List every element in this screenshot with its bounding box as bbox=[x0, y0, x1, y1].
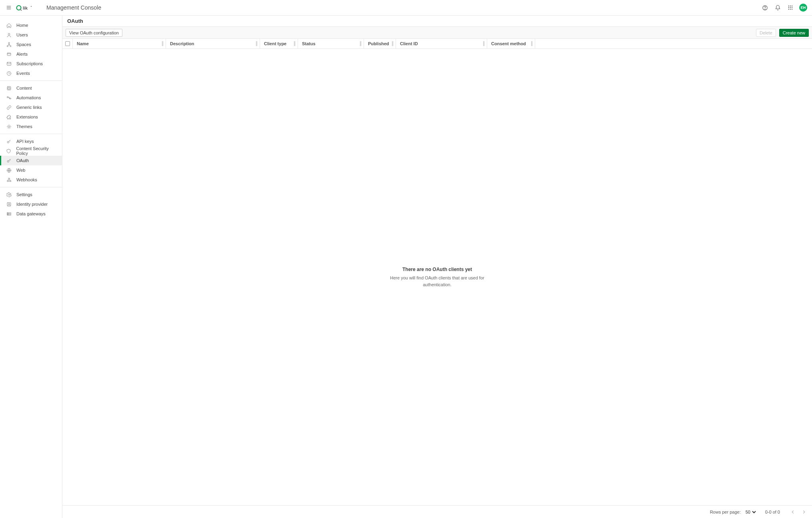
column-resize-handle[interactable] bbox=[162, 41, 164, 46]
svg-point-7 bbox=[765, 9, 765, 9]
sidebar-item-spaces[interactable]: Spaces bbox=[0, 40, 62, 49]
sidebar-item-label: Alerts bbox=[16, 52, 28, 56]
column-resize-handle[interactable] bbox=[531, 41, 534, 46]
column-resize-handle[interactable] bbox=[483, 41, 486, 46]
page-title: OAuth bbox=[67, 18, 83, 24]
sidebar-item-oauth[interactable]: OAuth bbox=[0, 156, 62, 165]
select-all-checkbox[interactable] bbox=[62, 39, 73, 48]
sidebar-item-identity-provider[interactable]: Identity provider bbox=[0, 199, 62, 209]
sidebar-item-content[interactable]: Content bbox=[0, 83, 62, 93]
webhook-icon bbox=[5, 177, 12, 183]
svg-point-38 bbox=[8, 203, 10, 205]
sidebar-item-users[interactable]: Users bbox=[0, 30, 62, 40]
sidebar-item-automations[interactable]: Automations bbox=[0, 93, 62, 102]
sidebar-nav: HomeUsersSpacesAlertsSubscriptionsEvents… bbox=[0, 16, 62, 518]
sidebar-item-generic-links[interactable]: Generic links bbox=[0, 102, 62, 112]
table-footer: Rows per page: 50 0-0 of 0 bbox=[62, 505, 812, 518]
svg-point-15 bbox=[790, 9, 791, 10]
rows-per-page-select[interactable]: 50 bbox=[744, 509, 757, 515]
sidebar-item-web[interactable]: Web bbox=[0, 165, 62, 175]
sidebar-item-label: Webhooks bbox=[16, 177, 37, 182]
column-header-client_id[interactable]: Client ID bbox=[396, 39, 487, 48]
svg-point-12 bbox=[790, 7, 791, 8]
svg-point-34 bbox=[10, 180, 11, 181]
svg-point-42 bbox=[8, 214, 8, 215]
hamburger-menu-button[interactable] bbox=[3, 2, 14, 13]
sidebar-item-home[interactable]: Home bbox=[0, 20, 62, 30]
sidebar-item-label: Users bbox=[16, 32, 28, 37]
prev-page-button bbox=[788, 507, 798, 517]
help-icon[interactable] bbox=[759, 2, 770, 13]
column-resize-handle[interactable] bbox=[256, 41, 258, 46]
page-title-bar: OAuth bbox=[62, 16, 812, 27]
qlik-logo[interactable]: lik bbox=[16, 4, 40, 12]
sidebar-item-label: API keys bbox=[16, 139, 34, 144]
sidebar-item-label: Themes bbox=[16, 124, 32, 129]
svg-point-18 bbox=[8, 44, 9, 45]
app-title: Management Console bbox=[46, 4, 101, 11]
svg-rect-22 bbox=[7, 53, 11, 56]
mail-icon bbox=[5, 61, 12, 66]
svg-point-5 bbox=[31, 6, 32, 7]
empty-state: There are no OAuth clients yet Here you … bbox=[385, 267, 489, 288]
global-header: lik Management Console EH bbox=[0, 0, 812, 16]
empty-state-subtitle: Here you will find OAuth clients that ar… bbox=[385, 275, 489, 288]
column-header-description[interactable]: Description bbox=[166, 39, 260, 48]
sidebar-item-label: Events bbox=[16, 71, 30, 76]
sidebar-item-content-security-policy[interactable]: Content Security Policy bbox=[0, 146, 62, 156]
svg-point-9 bbox=[790, 6, 791, 6]
sidebar-item-themes[interactable]: Themes bbox=[0, 122, 62, 131]
user-avatar[interactable]: EH bbox=[799, 4, 807, 12]
svg-rect-26 bbox=[8, 87, 10, 89]
oauth-icon bbox=[5, 158, 12, 163]
app-launcher-icon[interactable] bbox=[785, 2, 796, 13]
sidebar-item-settings[interactable]: Settings bbox=[0, 190, 62, 199]
sidebar-item-events[interactable]: Events bbox=[0, 68, 62, 78]
svg-point-10 bbox=[792, 6, 792, 6]
column-header-label: Description bbox=[170, 41, 194, 46]
view-oauth-config-button[interactable]: View OAuth configuration bbox=[66, 29, 122, 37]
toolbar: View OAuth configuration Delete Create n… bbox=[62, 27, 812, 39]
svg-point-14 bbox=[788, 9, 789, 10]
column-header-name[interactable]: Name bbox=[73, 39, 166, 48]
create-new-button[interactable]: Create new bbox=[779, 29, 809, 37]
column-resize-handle[interactable] bbox=[392, 41, 394, 46]
svg-point-17 bbox=[8, 33, 10, 35]
sidebar-item-label: Content Security Policy bbox=[16, 146, 60, 156]
sidebar-item-label: Subscriptions bbox=[16, 61, 43, 66]
sidebar-item-label: Spaces bbox=[16, 42, 31, 47]
sidebar-item-subscriptions[interactable]: Subscriptions bbox=[0, 59, 62, 68]
column-resize-handle[interactable] bbox=[360, 41, 362, 46]
column-header-consent_method[interactable]: Consent method bbox=[487, 39, 535, 48]
column-resize-handle[interactable] bbox=[294, 41, 296, 46]
link-icon bbox=[5, 105, 12, 110]
sidebar-item-webhooks[interactable]: Webhooks bbox=[0, 175, 62, 185]
notifications-icon[interactable] bbox=[772, 2, 783, 13]
alert-icon bbox=[5, 52, 12, 57]
column-header-client_type[interactable]: Client type bbox=[260, 39, 298, 48]
svg-point-8 bbox=[788, 6, 789, 6]
sidebar-item-label: Home bbox=[16, 23, 28, 28]
svg-rect-28 bbox=[10, 98, 11, 99]
column-header-label: Client type bbox=[264, 41, 286, 46]
sidebar-item-data-gateways[interactable]: Data gateways bbox=[0, 209, 62, 219]
svg-point-11 bbox=[788, 7, 789, 8]
pagination-range: 0-0 of 0 bbox=[765, 510, 780, 514]
sidebar-item-extensions[interactable]: Extensions bbox=[0, 112, 62, 122]
column-header-status[interactable]: Status bbox=[298, 39, 364, 48]
svg-point-21 bbox=[8, 42, 10, 43]
column-header-label: Published bbox=[368, 41, 389, 46]
empty-state-title: There are no OAuth clients yet bbox=[385, 267, 489, 272]
sidebar-item-label: Data gateways bbox=[16, 211, 46, 216]
spaces-icon bbox=[5, 42, 12, 47]
column-header-label: Client ID bbox=[400, 41, 418, 46]
column-header-label: Consent method bbox=[491, 41, 526, 46]
table-body: There are no OAuth clients yet Here you … bbox=[62, 49, 812, 505]
next-page-button bbox=[799, 507, 809, 517]
column-header-label: Name bbox=[77, 41, 89, 46]
content-icon bbox=[5, 86, 12, 91]
sidebar-item-api-keys[interactable]: API keys bbox=[0, 137, 62, 146]
column-header-published[interactable]: Published bbox=[364, 39, 396, 48]
puzzle-icon bbox=[5, 114, 12, 120]
sidebar-item-alerts[interactable]: Alerts bbox=[0, 49, 62, 59]
